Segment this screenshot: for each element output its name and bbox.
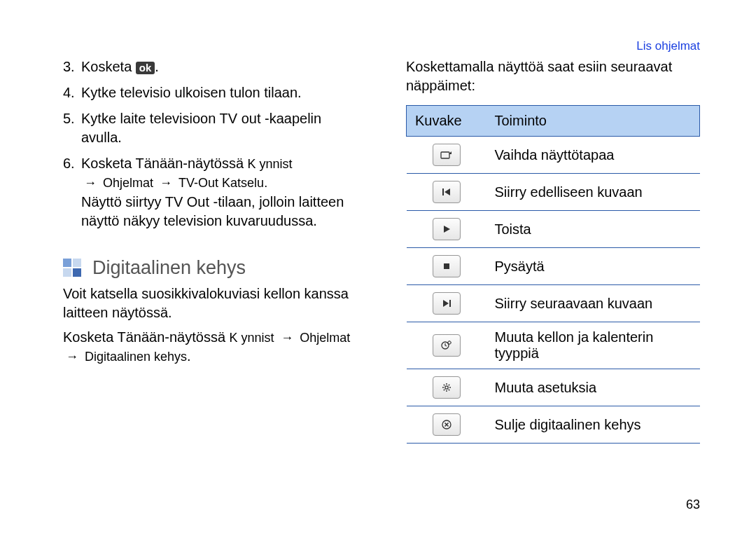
ok-icon: ok <box>136 62 155 74</box>
menu-path-start: K ynnist <box>248 157 293 171</box>
svg-marker-2 <box>444 188 450 195</box>
launch-path: Kosketa Tänään-näytössä K ynnist → Ohjel… <box>63 328 357 366</box>
launch-prefix: Kosketa Tänään-näytössä <box>63 329 230 345</box>
next-icon[interactable] <box>433 292 461 315</box>
th-icon: Kuvake <box>407 106 486 137</box>
launch-ohjelmat: Ohjelmat <box>300 331 350 345</box>
tvout-note: Näyttö siirtyy TV Out -tilaan, jolloin l… <box>81 193 357 231</box>
step-number: 5. <box>63 109 81 147</box>
section-heading-row: Digitaalinen kehys <box>63 257 357 279</box>
stop-icon[interactable] <box>433 255 461 277</box>
step-text: Kosketa <box>81 59 132 74</box>
section-squares-icon <box>63 259 83 278</box>
right-column: Koskettamalla näyttöä saat esiin seuraav… <box>406 57 700 444</box>
icon-function-table: Kuvake Toiminto Vaihda näyttötapaa Siirr… <box>406 105 700 444</box>
row-label: Sulje digitaalinen kehys <box>486 406 700 444</box>
table-row: Pysäytä <box>407 248 700 285</box>
th-function: Toiminto <box>486 106 700 137</box>
step-number: 4. <box>63 83 81 102</box>
row-label: Siirry edelliseen kuvaan <box>486 174 700 211</box>
step-4: 4. Kytke televisio ulkoisen tulon tilaan… <box>63 83 357 102</box>
step-text: Kosketa Tänään-näytössä <box>81 156 248 171</box>
play-icon[interactable] <box>433 218 461 240</box>
row-label: Vaihda näyttötapaa <box>486 137 700 174</box>
table-row: Muuta kellon ja kalenterin tyyppiä <box>407 322 700 369</box>
header-category-link[interactable]: Lis ohjelmat <box>636 39 700 53</box>
row-label: Pysäytä <box>486 248 700 285</box>
step-5: 5. Kytke laite televisioon TV out -kaape… <box>63 109 357 147</box>
launch-kynnist: K ynnist <box>230 331 274 345</box>
step-3: 3. Kosketa ok. <box>63 57 357 76</box>
table-row: Muuta asetuksia <box>407 369 700 406</box>
step-suffix: . <box>155 59 159 74</box>
step-number: 3. <box>63 57 81 76</box>
manual-page: Lis ohjelmat 3. Kosketa ok. 4. Kytke tel… <box>0 0 756 536</box>
launch-target: Digitaalinen kehys <box>85 350 187 364</box>
svg-marker-3 <box>444 226 450 233</box>
section-heading: Digitaalinen kehys <box>92 257 246 279</box>
table-row: Vaihda näyttötapaa <box>407 137 700 174</box>
table-header-row: Kuvake Toiminto <box>407 106 700 137</box>
arrow-icon: → <box>63 350 85 364</box>
rotate-icon[interactable] <box>433 144 461 166</box>
svg-rect-4 <box>444 263 449 269</box>
launch-end: . <box>187 348 191 364</box>
close-icon[interactable] <box>433 413 461 436</box>
clock-settings-icon[interactable] <box>433 334 461 357</box>
svg-point-9 <box>444 386 447 389</box>
svg-rect-6 <box>449 300 451 307</box>
page-number: 63 <box>686 497 700 512</box>
menu-path-a: Ohjelmat <box>103 176 153 190</box>
numbered-steps: 3. Kosketa ok. 4. Kytke televisio ulkois… <box>63 57 357 231</box>
row-label: Muuta asetuksia <box>486 369 700 406</box>
arrow-icon: → <box>157 176 178 190</box>
gear-icon[interactable] <box>433 376 461 399</box>
step-end: . <box>264 176 267 190</box>
row-label: Muuta kellon ja kalenterin tyyppiä <box>486 322 700 369</box>
previous-icon[interactable] <box>433 181 461 203</box>
table-row: Toista <box>407 211 700 248</box>
step-text: Kytke laite televisioon TV out -kaapelin… <box>81 109 357 147</box>
arrow-icon: → <box>81 176 103 190</box>
arrow-icon: → <box>278 331 300 345</box>
step-number: 6. <box>63 154 81 231</box>
table-row: Sulje digitaalinen kehys <box>407 406 700 444</box>
section-description: Voit katsella suosikkivalokuviasi kellon… <box>63 284 357 322</box>
svg-marker-5 <box>443 300 449 307</box>
left-column: 3. Kosketa ok. 4. Kytke televisio ulkois… <box>63 57 357 444</box>
step-6: 6. Kosketa Tänään-näytössä K ynnist → Oh… <box>63 154 357 231</box>
two-column-layout: 3. Kosketa ok. 4. Kytke televisio ulkois… <box>63 57 700 444</box>
step-text: Kytke televisio ulkoisen tulon tilaan. <box>81 83 357 102</box>
table-row: Siirry edelliseen kuvaan <box>407 174 700 211</box>
row-label: Siirry seuraavaan kuvaan <box>486 285 700 322</box>
svg-rect-1 <box>442 188 444 195</box>
svg-rect-0 <box>441 152 449 158</box>
table-row: Siirry seuraavaan kuvaan <box>407 285 700 322</box>
menu-path-b: TV-Out Katselu <box>178 176 264 190</box>
row-label: Toista <box>486 211 700 248</box>
table-intro: Koskettamalla näyttöä saat esiin seuraav… <box>406 57 700 95</box>
